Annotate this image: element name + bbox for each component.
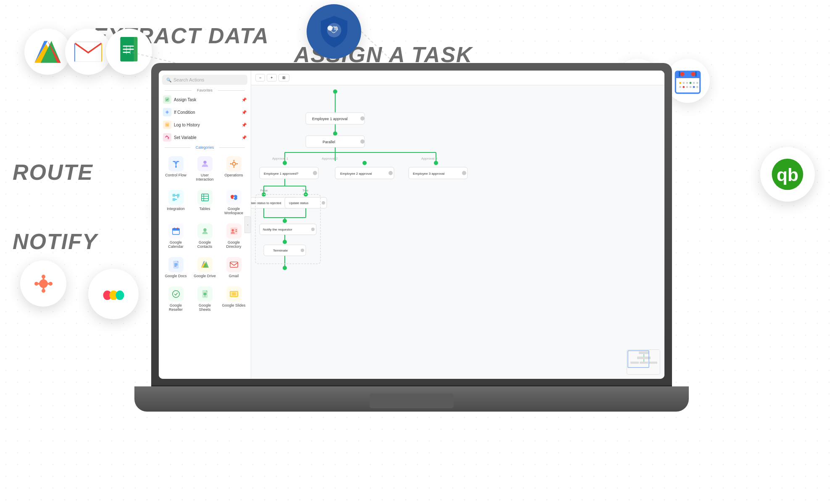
- svg-rect-83: [201, 194, 208, 201]
- cat-google-drive[interactable]: Google Drive: [191, 254, 218, 281]
- sidebar-collapse-button[interactable]: ‹: [244, 216, 251, 233]
- fav-log-history-label: Log to History: [174, 123, 200, 127]
- cat-divider-right: [219, 147, 245, 148]
- svg-point-168: [283, 240, 287, 244]
- set-variable-icon: [163, 133, 171, 142]
- svg-point-26: [691, 72, 696, 76]
- cat-google-directory-label: Google Directory: [222, 240, 246, 249]
- categories-section-header: Categories: [159, 144, 251, 151]
- cat-google-calendar[interactable]: Google Calendar: [162, 220, 189, 252]
- cat-google-workspace[interactable]: Google Workspace: [220, 186, 247, 218]
- cat-google-docs[interactable]: Google Docs: [162, 254, 189, 281]
- app-ui: 🔍 Search Actions Favorites A: [159, 71, 664, 379]
- monday-icon: [88, 269, 139, 319]
- cat-google-sheets[interactable]: Google Sheets: [191, 283, 218, 315]
- fav-if-condition[interactable]: if If Condition 📌: [159, 106, 251, 118]
- svg-point-60: [41, 289, 45, 292]
- svg-text:Terminate: Terminate: [273, 249, 288, 252]
- svg-rect-27: [679, 71, 680, 77]
- svg-point-38: [690, 86, 692, 88]
- svg-point-37: [686, 86, 688, 88]
- svg-rect-54: [42, 276, 44, 281]
- svg-text:Employee 3 approval: Employee 3 approval: [413, 172, 444, 176]
- laptop: 🔍 Search Actions Favorites A: [151, 63, 672, 412]
- svg-point-92: [203, 228, 206, 231]
- integration-icon: [168, 190, 184, 205]
- google-drive-icon: [24, 29, 71, 75]
- cat-divider-left: [165, 147, 190, 148]
- svg-point-33: [693, 82, 695, 84]
- divider-left: [165, 90, 192, 91]
- log-history-icon: log: [163, 121, 171, 129]
- svg-point-94: [231, 229, 234, 231]
- search-icon: 🔍: [166, 78, 171, 82]
- svg-text:Employee 1 approval: Employee 1 approval: [312, 117, 348, 121]
- google-workspace-cat-icon: [226, 190, 242, 205]
- laptop-screen: 🔍 Search Actions Favorites A: [159, 71, 664, 379]
- svg-point-158: [322, 201, 325, 205]
- cat-google-reseller-label: Google Reseller: [164, 303, 188, 312]
- svg-point-76: [168, 138, 169, 139]
- svg-point-25: [680, 72, 685, 76]
- svg-point-78: [203, 161, 206, 164]
- cat-integration[interactable]: Integration: [162, 186, 189, 218]
- google-sheets-cat-icon: [197, 286, 213, 302]
- label-route: ROUTE: [13, 160, 93, 185]
- fav-set-variable-label: Set Variable: [174, 135, 197, 140]
- cat-google-workspace-label: Google Workspace: [222, 207, 246, 215]
- svg-point-141: [434, 161, 438, 165]
- svg-point-121: [333, 131, 337, 136]
- cat-google-directory[interactable]: Google Directory: [220, 220, 247, 252]
- svg-point-30: [682, 82, 685, 84]
- cat-gmail[interactable]: Gmail: [220, 254, 247, 281]
- cat-operations[interactable]: Operations: [220, 153, 247, 185]
- svg-point-137: [362, 161, 367, 165]
- google-calendar-cat-icon: [168, 223, 184, 239]
- workflow-canvas[interactable]: Employee 1 approval Parallel: [251, 87, 664, 379]
- zoom-out-button[interactable]: −: [255, 74, 265, 81]
- pin-variable-icon: 📌: [242, 135, 247, 140]
- cat-google-slides[interactable]: Google Slides: [220, 283, 247, 315]
- pin-log-icon: 📌: [242, 123, 247, 127]
- security-shield-icon: 🛡: [307, 4, 361, 59]
- svg-point-136: [313, 171, 317, 175]
- svg-point-16: [327, 25, 332, 30]
- fit-button[interactable]: ⊞: [278, 74, 289, 81]
- svg-point-140: [388, 171, 393, 175]
- fav-assign-task[interactable]: Assign Task 📌: [159, 93, 251, 106]
- svg-text:Parallel: Parallel: [323, 140, 335, 144]
- divider-right: [218, 90, 245, 91]
- cat-tables[interactable]: Tables: [191, 186, 218, 218]
- svg-point-56: [34, 281, 38, 285]
- if-condition-icon: if: [163, 108, 171, 116]
- toolbar-actions: − + ⊞: [255, 74, 289, 81]
- svg-point-87: [233, 197, 235, 198]
- svg-point-29: [679, 82, 681, 84]
- svg-rect-80: [172, 194, 175, 197]
- fav-log-history[interactable]: log Log to History 📌: [159, 118, 251, 131]
- cat-google-sheets-label: Google Sheets: [193, 303, 217, 312]
- svg-text:Approval 1: Approval 1: [272, 157, 289, 160]
- svg-point-39: [693, 86, 695, 88]
- svg-text:if: if: [166, 110, 168, 113]
- cat-google-reseller[interactable]: Google Reseller: [162, 283, 189, 315]
- cat-operations-label: Operations: [224, 173, 243, 177]
- svg-rect-176: [639, 352, 649, 354]
- laptop-base: [134, 386, 689, 412]
- fav-set-variable[interactable]: Set Variable 📌: [159, 131, 251, 144]
- search-bar[interactable]: 🔍 Search Actions: [162, 75, 247, 85]
- google-contacts-cat-icon: [197, 223, 213, 239]
- cat-google-contacts[interactable]: Google Contacts: [191, 220, 218, 252]
- cat-control-flow[interactable]: Control Flow: [162, 153, 189, 185]
- svg-point-144: [462, 171, 466, 175]
- categories-grid: Control Flow User Interaction: [159, 151, 251, 317]
- pin-condition-icon: 📌: [242, 110, 247, 115]
- cat-user-interaction[interactable]: User Interaction: [191, 153, 218, 185]
- svg-rect-28: [695, 71, 696, 77]
- svg-point-133: [283, 161, 287, 165]
- zoom-in-button[interactable]: +: [267, 74, 276, 81]
- assign-task-icon: [163, 95, 171, 104]
- svg-rect-178: [637, 357, 651, 359]
- svg-text:Employee 1 approved?: Employee 1 approved?: [264, 172, 299, 176]
- operations-icon: [226, 156, 242, 171]
